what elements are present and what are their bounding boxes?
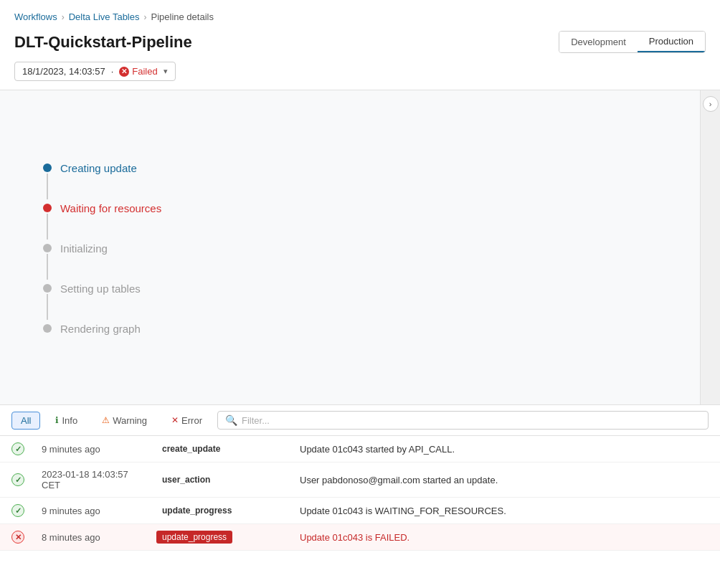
- filter-bar: All ℹ Info ⚠ Warning ✕ Error 🔍: [0, 405, 720, 436]
- env-btn-production[interactable]: Production: [638, 32, 705, 52]
- step-connector-4: [43, 281, 52, 321]
- filter-info-label: Info: [62, 415, 77, 426]
- step-line-4: [47, 294, 48, 320]
- type-badge-3: update_progress: [156, 504, 237, 517]
- step-line-1: [47, 174, 48, 199]
- log-time-4: 8 minutes ago: [33, 524, 148, 551]
- table-row: ✓ 9 minutes ago create_update Update 01c…: [0, 436, 720, 463]
- failed-icon: ✕: [119, 67, 129, 77]
- log-type-4: update_progress: [148, 524, 291, 551]
- type-badge-error: update_progress: [156, 531, 232, 544]
- chevron-down-icon: ▾: [164, 67, 168, 76]
- step-dot-5: [43, 324, 52, 333]
- breadcrumb: Workflows › Delta Live Tables › Pipeline…: [0, 0, 720, 28]
- log-time-1: 9 minutes ago: [33, 436, 148, 463]
- log-area: All ℹ Info ⚠ Warning ✕ Error 🔍 ✓ 9 minut…: [0, 405, 720, 551]
- breadcrumb-sep-2: ›: [143, 12, 146, 22]
- info-icon: ℹ: [55, 415, 59, 425]
- step-connector-2: [43, 201, 52, 241]
- error-icon: ✕: [171, 415, 179, 425]
- pipeline-steps: Creating update Waiting for resources In…: [0, 90, 700, 404]
- env-button-group: Development Production: [559, 31, 706, 53]
- log-msg-2: User pabdonoso@gmail.com started an upda…: [291, 463, 720, 498]
- filter-warning-label: Warning: [113, 415, 147, 426]
- filter-search-box[interactable]: 🔍: [217, 411, 709, 430]
- step-creating-update: Creating update: [43, 161, 657, 201]
- step-label-2: Waiting for resources: [60, 201, 161, 214]
- status-icon-error: ✕: [11, 531, 24, 544]
- step-line-2: [47, 214, 48, 240]
- step-setting-up-tables: Setting up tables: [43, 281, 657, 321]
- log-type-1: create_update: [148, 436, 291, 463]
- table-row: ✓ 2023-01-18 14:03:57 CET user_action Us…: [0, 463, 720, 498]
- log-type-3: update_progress: [148, 498, 291, 524]
- log-time-3: 9 minutes ago: [33, 498, 148, 524]
- filter-btn-all[interactable]: All: [11, 412, 40, 430]
- type-badge-1: create_update: [156, 442, 226, 455]
- breadcrumb-workflows[interactable]: Workflows: [14, 11, 57, 22]
- status-icon-success: ✓: [11, 442, 24, 455]
- breadcrumb-current: Pipeline details: [151, 11, 213, 22]
- table-row-error: ✕ 8 minutes ago update_progress Update 0…: [0, 524, 720, 551]
- step-label-1: Creating update: [60, 161, 137, 174]
- step-label-3: Initializing: [60, 241, 108, 255]
- step-rendering-graph: Rendering graph: [43, 321, 657, 335]
- breadcrumb-sep-1: ›: [62, 12, 65, 22]
- run-status-text: Failed: [132, 66, 157, 77]
- page-title: DLT-Quickstart-Pipeline: [14, 33, 192, 52]
- log-msg-1: Update 01c043 started by API_CALL.: [291, 436, 720, 463]
- step-initializing: Initializing: [43, 241, 657, 281]
- page-header: DLT-Quickstart-Pipeline Development Prod…: [0, 28, 720, 62]
- breadcrumb-delta-live-tables[interactable]: Delta Live Tables: [69, 11, 140, 22]
- step-line-3: [47, 254, 48, 280]
- step-connector-5: [43, 321, 52, 333]
- log-time-2: 2023-01-18 14:03:57 CET: [33, 463, 148, 498]
- log-type-2: user_action: [148, 463, 291, 498]
- main-area: Creating update Waiting for resources In…: [0, 90, 720, 405]
- log-msg-3: Update 01c043 is WAITING_FOR_RESOURCES.: [291, 498, 720, 524]
- step-label-5: Rendering graph: [60, 321, 141, 335]
- filter-error-label: Error: [181, 415, 202, 426]
- filter-btn-warning[interactable]: ⚠ Warning: [93, 412, 156, 430]
- step-connector-3: [43, 241, 52, 281]
- step-waiting-resources: Waiting for resources: [43, 201, 657, 241]
- warning-icon: ⚠: [102, 415, 110, 425]
- step-connector-1: [43, 161, 52, 201]
- step-dot-2: [43, 204, 52, 212]
- run-bar: 18/1/2023, 14:03:57 · ✕ Failed ▾: [0, 62, 720, 90]
- filter-btn-error[interactable]: ✕ Error: [162, 412, 212, 430]
- log-msg-4: Update 01c043 is FAILED.: [291, 524, 720, 551]
- step-dot-4: [43, 284, 52, 293]
- type-badge-2: user_action: [156, 473, 216, 486]
- right-panel-toggle[interactable]: ›: [700, 90, 720, 404]
- run-separator: ·: [111, 66, 114, 77]
- step-dot-1: [43, 163, 52, 172]
- run-status-badge: ✕ Failed: [119, 66, 157, 77]
- filter-btn-info[interactable]: ℹ Info: [46, 412, 87, 430]
- run-timestamp: 18/1/2023, 14:03:57: [22, 66, 105, 77]
- log-table: ✓ 9 minutes ago create_update Update 01c…: [0, 436, 720, 551]
- search-icon: 🔍: [225, 414, 237, 426]
- toggle-icon[interactable]: ›: [703, 96, 719, 112]
- env-btn-development[interactable]: Development: [559, 32, 638, 52]
- run-selector[interactable]: 18/1/2023, 14:03:57 · ✕ Failed ▾: [14, 62, 176, 81]
- table-row: ✓ 9 minutes ago update_progress Update 0…: [0, 498, 720, 524]
- filter-search-input[interactable]: [242, 415, 701, 426]
- step-label-4: Setting up tables: [60, 281, 141, 295]
- step-dot-3: [43, 244, 52, 252]
- status-icon-success: ✓: [11, 473, 24, 486]
- status-icon-success: ✓: [11, 504, 24, 517]
